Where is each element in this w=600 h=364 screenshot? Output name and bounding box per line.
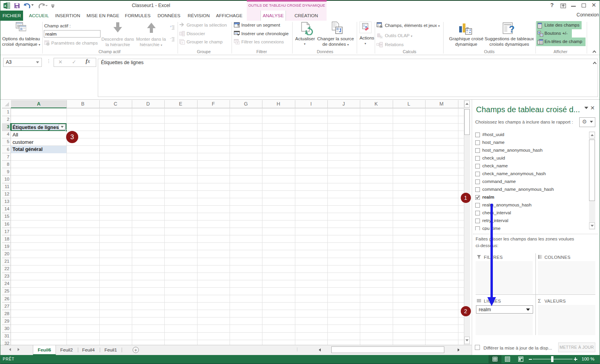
svg-text:fx: fx <box>380 35 383 39</box>
svg-text:−: − <box>170 36 172 40</box>
svg-text:?: ? <box>509 24 515 34</box>
svg-text:fx: fx <box>380 24 383 28</box>
svg-text:X: X <box>4 4 6 8</box>
svg-text:7: 7 <box>181 41 183 45</box>
svg-text:+: + <box>170 25 172 29</box>
